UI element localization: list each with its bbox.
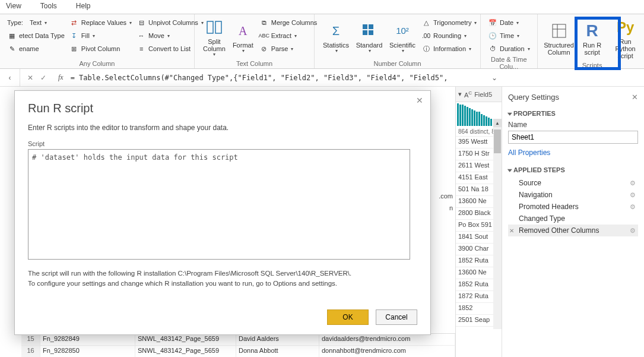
applied-step[interactable]: Source⚙ [508,177,638,189]
scientific[interactable]: 10²Scientific▾ [386,17,419,59]
menu-view[interactable]: View [6,2,21,12]
formula-row: ‹ ✕ ✓ fx = Table.SelectColumns(#"Changed… [0,69,644,87]
svg-rect-6 [553,24,566,37]
standard-icon [360,21,379,40]
rounding-icon: .00 [421,31,431,40]
cell-fragment: n [436,203,455,215]
convert-to-list[interactable]: ≡Convert to List [137,43,204,55]
info-icon: ⓘ [421,44,431,53]
split-icon [205,18,224,37]
properties-section[interactable]: PROPERTIES [508,110,638,117]
struct-icon [550,21,569,40]
gear-icon[interactable]: ⚙ [630,191,636,199]
data-type-dropdown[interactable]: Type: Text▾ [7,17,65,29]
applied-step[interactable]: Navigation⚙ [508,189,638,201]
unpivot-icon: ⊟ [137,18,146,27]
svg-rect-0 [207,21,213,33]
group-number-column: Number Column [319,59,475,67]
dialog-close[interactable]: ✕ [416,96,423,105]
svg-rect-1 [215,21,221,33]
move[interactable]: ↔Move▾ [137,30,204,42]
r-icon: R [583,21,602,40]
applied-steps-section[interactable]: APPLIED STEPS [508,166,638,173]
vertical-scrollbar[interactable]: ▲ [493,127,502,329]
unpivot-columns[interactable]: ⊟Unpivot Columns▾ [137,17,204,29]
detect-data-type[interactable]: ▦etect Data Type [7,30,65,42]
fx-icon[interactable]: fx [53,73,68,82]
script-textarea[interactable] [28,149,410,260]
svg-rect-3 [369,24,373,29]
gear-icon[interactable]: ⚙ [630,203,636,211]
applied-step[interactable]: Changed Type [508,213,638,225]
scroll-thumb[interactable] [494,129,501,153]
filter-dropdown-icon[interactable]: ▾ [458,90,462,98]
group-any-column: Any Column [5,59,189,67]
run-python-script-button[interactable]: PyRun Python script [609,17,642,61]
standard[interactable]: Standard▾ [353,17,386,59]
information[interactable]: ⓘInformation▾ [421,43,477,55]
pivot-icon: ⊞ [69,44,79,53]
run-r-script-dialog: ✕ Run R script Enter R scripts into the … [14,90,431,335]
dialog-info-path: The script will run with the following R… [28,268,417,279]
table-row[interactable]: 15Fn_9282849SNWL_483142_Page_5659David A… [21,334,455,346]
group-text-column: Text Column [199,59,309,67]
fill[interactable]: ↧Fill▾ [69,30,132,42]
applied-step[interactable]: Promoted Headers⚙ [508,201,638,213]
cell-fragment: .com [436,191,455,203]
menu-tools[interactable]: Tools [40,2,57,12]
data-grid: 15Fn_9282849SNWL_483142_Page_5659David A… [21,333,455,357]
all-properties-link[interactable]: All Properties [508,149,638,157]
gear-icon[interactable]: ⚙ [630,179,636,187]
nav-prev[interactable]: ‹ [0,69,20,86]
menu-help[interactable]: Help [76,2,91,12]
svg-rect-4 [363,30,367,35]
trigonometry[interactable]: △Trigonometry▾ [421,17,477,29]
scroll-up-arrow[interactable]: ▲ [493,119,502,127]
date[interactable]: 📅Date▾ [488,17,530,29]
merge-columns[interactable]: ⧉Merge Columns [259,17,318,29]
svg-rect-5 [369,30,373,35]
query-settings-panel: Query Settings ✕ PROPERTIES Name All Pro… [502,87,644,357]
name-label: Name [508,121,638,129]
duration[interactable]: ⏱Duration▾ [488,43,530,55]
replace-values[interactable]: ⇄Replace Values▾ [69,17,132,29]
formula-cancel[interactable]: ✕ [27,74,33,82]
ribbon: Type: Text▾ ▦etect Data Type ✎ename ⇄Rep… [0,14,644,69]
format[interactable]: A Format▾ [229,17,257,59]
group-datetime-column: Date & Time Colu... [486,55,532,70]
query-name-input[interactable] [508,131,638,144]
formula-expand[interactable]: ⌄ [487,74,502,82]
applied-step[interactable]: ✕Removed Other Columns⚙ [508,225,638,236]
sigma-icon: Σ [326,21,345,40]
gear-icon[interactable]: ⚙ [630,227,636,235]
dialog-title: Run R script [28,102,417,115]
time[interactable]: 🕒Time▾ [488,30,530,42]
py-icon: Py [616,18,635,37]
panel-title: Query Settings [508,93,559,102]
script-label: Script [28,140,417,147]
type-indicator: AC [464,90,472,99]
table-row[interactable]: 16Fn_9282850SNWL_483142_Page_5659Donna A… [21,346,455,357]
rename[interactable]: ✎ename [7,43,65,55]
ok-button[interactable]: OK [327,309,369,325]
cancel-button[interactable]: Cancel [376,309,417,325]
formula-accept[interactable]: ✓ [40,74,46,82]
split-column[interactable]: Split Column▾ [199,17,229,59]
data-column-field5: ▾ AC Field5 864 distinct, 8 395 Westt175… [455,87,502,357]
column-header[interactable]: ▾ AC Field5 [456,87,502,102]
run-r-script-button[interactable]: RRun R script [576,17,609,61]
grid-icon: ▦ [7,31,17,40]
extract[interactable]: ABCExtract▾ [259,30,318,42]
format-icon: A [233,21,252,40]
formula-input[interactable]: = Table.SelectColumns(#"Changed Type",{"… [68,71,487,84]
statistics[interactable]: ΣStatistics▾ [319,17,353,59]
structured-column[interactable]: Structured Column [543,17,576,61]
clock-icon: 🕒 [488,31,497,40]
delete-step-icon[interactable]: ✕ [509,228,514,234]
close-panel[interactable]: ✕ [632,93,638,102]
dialog-subtitle: Enter R scripts into the editor to trans… [28,124,417,132]
rounding[interactable]: .00Rounding▾ [421,30,477,42]
pivot-column[interactable]: ⊞Pivot Column [69,43,132,55]
move-icon: ↔ [137,31,146,40]
parse[interactable]: ⊘Parse▾ [259,43,318,55]
